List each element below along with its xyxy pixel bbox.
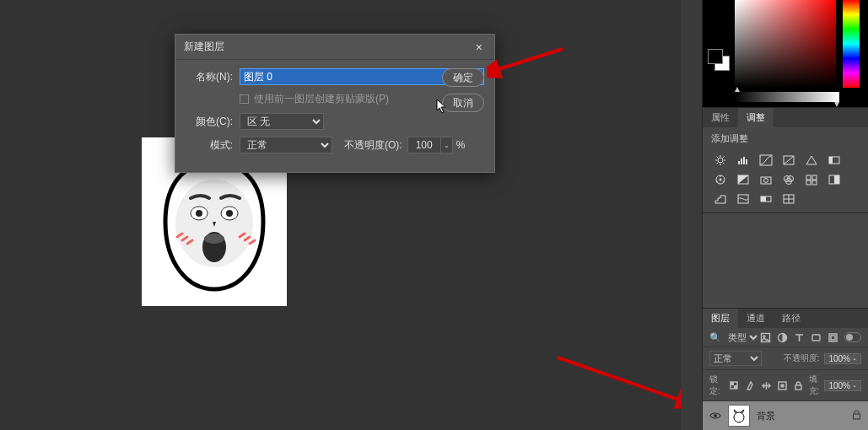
svg-line-18 — [716, 163, 718, 164]
svg-rect-61 — [780, 384, 784, 387]
percent-label: % — [456, 139, 466, 151]
threshold-icon[interactable] — [736, 192, 751, 206]
svg-rect-40 — [812, 175, 817, 180]
svg-rect-47 — [761, 196, 766, 202]
channel-mixer-icon[interactable] — [781, 173, 796, 186]
svg-rect-42 — [812, 180, 817, 185]
svg-line-15 — [716, 157, 718, 159]
levels-icon[interactable] — [736, 153, 751, 167]
color-field[interactable] — [735, 0, 836, 88]
opacity-dropdown-icon[interactable]: ⌄ — [441, 137, 453, 153]
svg-point-5 — [226, 210, 233, 217]
tab-properties[interactable]: 属性 — [703, 108, 738, 127]
cancel-button[interactable]: 取消 — [442, 94, 484, 112]
curves-icon[interactable] — [758, 153, 774, 167]
lock-label: 锁定: — [709, 374, 720, 397]
visibility-toggle-icon[interactable] — [709, 410, 721, 422]
hue-sat-icon[interactable] — [827, 153, 842, 167]
filter-smart-icon[interactable] — [828, 332, 838, 343]
panel-spacer — [703, 213, 868, 309]
bw-icon[interactable] — [736, 173, 751, 186]
layer-lock-icon[interactable] — [852, 410, 861, 422]
filter-shape-icon[interactable] — [811, 332, 822, 343]
clip-mask-checkbox[interactable] — [240, 94, 249, 104]
dialog-titlebar[interactable]: 新建图层 × — [175, 35, 494, 60]
lock-position-icon[interactable] — [761, 380, 772, 391]
search-icon[interactable]: 🔍 — [709, 332, 721, 343]
color-picker-panel[interactable] — [703, 0, 868, 108]
layer-opacity-label: 不透明度: — [784, 352, 820, 364]
clip-mask-label: 使用前一图层创建剪贴蒙版(P) — [254, 92, 389, 106]
svg-rect-22 — [746, 159, 747, 164]
color-balance-icon[interactable] — [713, 173, 728, 186]
invert-icon[interactable] — [827, 173, 842, 186]
vibrance-icon[interactable] — [804, 153, 819, 167]
new-layer-dialog: 新建图层 × 名称(N): 使用前一图层创建剪贴蒙版(P) 颜色(C): 区 无… — [175, 34, 495, 173]
panel-dock-area: 属性 调整 添加调整 — [681, 0, 868, 430]
close-icon[interactable]: × — [472, 40, 486, 54]
filter-toggle[interactable] — [844, 332, 861, 342]
photo-filter-icon[interactable] — [758, 173, 774, 186]
gradient-map-icon[interactable] — [758, 192, 774, 206]
svg-point-10 — [718, 158, 723, 163]
brightness-strip[interactable] — [735, 92, 839, 102]
fill-label: 填充: — [809, 374, 820, 397]
svg-point-52 — [763, 336, 765, 337]
layer-row-background[interactable]: 背景 — [703, 401, 868, 430]
filter-adjust-icon[interactable] — [777, 332, 788, 343]
adjustments-panel: 属性 调整 添加调整 — [703, 108, 868, 213]
svg-rect-39 — [806, 175, 811, 180]
tab-layers[interactable]: 图层 — [703, 309, 738, 328]
layer-opacity-value[interactable]: 100%⌄ — [824, 353, 861, 364]
svg-point-35 — [763, 179, 768, 183]
svg-point-3 — [196, 210, 202, 217]
svg-rect-19 — [738, 161, 740, 164]
opacity-label: 不透明度(O): — [344, 138, 402, 153]
tab-adjustments[interactable]: 调整 — [738, 108, 774, 127]
add-adjustment-label: 添加调整 — [703, 127, 868, 150]
color-lookup-icon[interactable] — [804, 173, 819, 186]
svg-rect-41 — [806, 180, 811, 185]
svg-line-16 — [723, 163, 725, 164]
blend-mode-select[interactable]: 正常 — [240, 137, 332, 153]
foreground-color-swatch[interactable] — [708, 49, 723, 64]
fill-value[interactable]: 100%⌄ — [824, 380, 861, 391]
lock-all-icon[interactable] — [793, 380, 804, 391]
layer-name-label: 背景 — [757, 410, 845, 422]
layer-thumbnail[interactable] — [728, 405, 750, 427]
svg-point-29 — [719, 179, 721, 181]
svg-point-63 — [714, 414, 717, 417]
name-label: 名称(N): — [186, 70, 233, 84]
layer-filter-kind[interactable]: 类型 — [725, 331, 760, 343]
svg-rect-20 — [741, 159, 742, 164]
svg-rect-56 — [831, 336, 835, 340]
filter-pixel-icon[interactable] — [760, 332, 771, 343]
exposure-icon[interactable] — [781, 153, 796, 167]
layers-panel: 图层 通道 路径 🔍 类型 正常 — [703, 309, 868, 430]
color-label: 颜色(C): — [186, 115, 233, 129]
posterize-icon[interactable] — [713, 192, 728, 206]
layer-blend-mode[interactable]: 正常 — [709, 351, 762, 366]
color-select[interactable]: 区 无 — [240, 113, 324, 130]
brightness-contrast-icon[interactable] — [713, 153, 728, 167]
filter-type-icon[interactable] — [794, 332, 805, 343]
svg-rect-66 — [854, 414, 860, 419]
panel-dock-strip[interactable] — [681, 0, 703, 430]
hue-slider[interactable] — [843, 0, 860, 88]
svg-point-7 — [204, 234, 224, 244]
tab-channels[interactable]: 通道 — [738, 309, 774, 328]
svg-line-25 — [784, 156, 794, 164]
svg-rect-54 — [812, 335, 820, 341]
selective-color-icon[interactable] — [781, 192, 796, 206]
dialog-title: 新建图层 — [184, 40, 224, 54]
mode-label: 模式: — [186, 138, 233, 153]
tab-paths[interactable]: 路径 — [774, 309, 809, 328]
lock-artboard-icon[interactable] — [777, 380, 788, 391]
lock-transparent-icon[interactable] — [729, 380, 740, 391]
opacity-input[interactable] — [407, 137, 441, 153]
svg-rect-44 — [834, 175, 839, 184]
ok-button[interactable]: 确定 — [442, 68, 484, 87]
svg-rect-27 — [829, 157, 833, 164]
lock-image-icon[interactable] — [745, 380, 756, 391]
svg-line-17 — [723, 157, 725, 159]
